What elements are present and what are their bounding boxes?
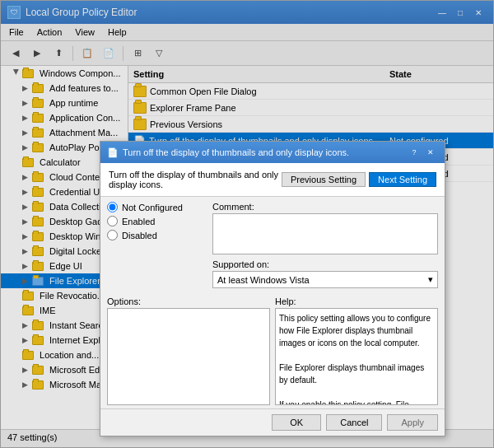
help-section: Help: This policy setting allows you to … xyxy=(275,296,438,405)
supported-label: Supported on: xyxy=(212,259,438,269)
comment-section: Comment: xyxy=(212,202,438,256)
radio-disabled-label: Disabled xyxy=(122,231,157,240)
main-window: 🛡 Local Group Policy Editor — □ ✕ File A… xyxy=(0,0,494,448)
supported-section: Supported on: At least Windows Vista ▾ xyxy=(212,259,438,288)
ok-button[interactable]: OK xyxy=(272,414,321,431)
dialog-nav-buttons: Previous Setting Next Setting xyxy=(282,172,436,187)
help-content: This policy setting allows you to config… xyxy=(275,308,438,405)
dialog-icon: 📄 xyxy=(107,147,119,158)
radio-not-configured[interactable]: Not Configured xyxy=(107,202,206,212)
dropdown-arrow: ▾ xyxy=(428,274,433,285)
options-label: Options: xyxy=(107,296,270,306)
dialog-left-panel: Not Configured Enabled Disabled xyxy=(107,202,206,288)
configuration-options: Not Configured Enabled Disabled xyxy=(107,202,206,240)
dialog-title: 📄 Turn off the display of thumbnails and… xyxy=(107,147,349,158)
cancel-button[interactable]: Cancel xyxy=(326,414,382,431)
dialog-overlay: 📄 Turn off the display of thumbnails and… xyxy=(1,1,493,447)
dialog-help-button[interactable]: ? xyxy=(407,146,422,159)
dialog-main: Not Configured Enabled Disabled xyxy=(100,197,445,293)
radio-enabled[interactable]: Enabled xyxy=(107,216,206,226)
radio-enabled-label: Enabled xyxy=(122,217,155,226)
dialog-policy-title: Turn off the display of thumbnails and o… xyxy=(109,170,282,189)
dialog-close-button[interactable]: ✕ xyxy=(423,146,438,159)
radio-disabled[interactable]: Disabled xyxy=(107,230,206,240)
dialog-right-panel: Comment: Supported on: At least Windows … xyxy=(212,202,438,288)
radio-disabled-input[interactable] xyxy=(107,230,118,240)
dialog-controls: ? ✕ xyxy=(407,146,438,159)
options-content xyxy=(107,308,270,405)
comment-textarea[interactable] xyxy=(212,213,438,254)
bottom-panels: Options: Help: This policy setting allow… xyxy=(100,293,445,408)
radio-enabled-input[interactable] xyxy=(107,216,118,226)
dialog-footer: OK Cancel Apply xyxy=(100,408,445,436)
policy-dialog: 📄 Turn off the display of thumbnails and… xyxy=(100,141,445,436)
comment-label: Comment: xyxy=(212,202,438,212)
dialog-title-text: Turn off the display of thumbnails and o… xyxy=(123,147,349,157)
radio-not-configured-label: Not Configured xyxy=(122,203,183,212)
options-section: Options: xyxy=(107,296,270,405)
supported-value: At least Windows Vista xyxy=(217,275,310,285)
dialog-header: Turn off the display of thumbnails and o… xyxy=(100,163,445,197)
help-label: Help: xyxy=(275,296,438,306)
apply-button[interactable]: Apply xyxy=(387,414,438,431)
next-setting-button[interactable]: Next Setting xyxy=(369,172,436,187)
supported-value-box: At least Windows Vista ▾ xyxy=(212,271,438,288)
dialog-title-bar: 📄 Turn off the display of thumbnails and… xyxy=(100,142,445,163)
prev-setting-button[interactable]: Previous Setting xyxy=(282,172,366,187)
radio-not-configured-input[interactable] xyxy=(107,202,118,212)
